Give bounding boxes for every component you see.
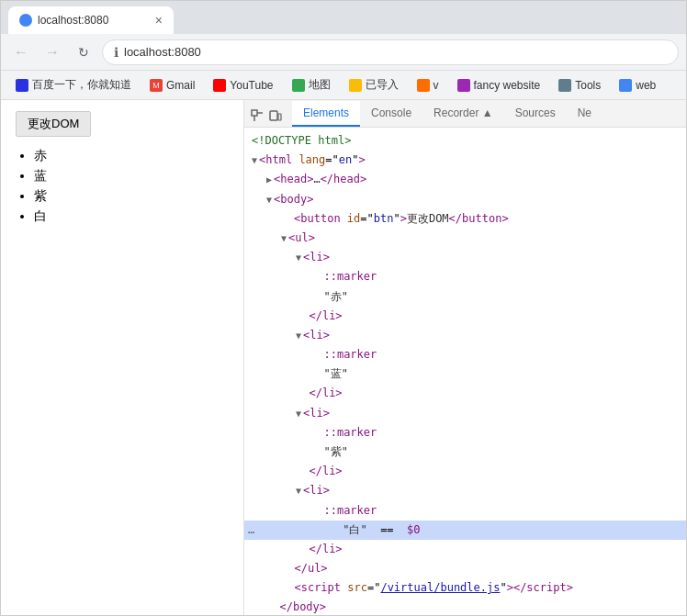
html-lang-value: en: [339, 151, 352, 169]
dom-ul-line[interactable]: ▼ <ul>: [244, 229, 686, 248]
bookmark-web[interactable]: web: [612, 75, 663, 95]
devtools-icons: [244, 105, 288, 127]
dom-button-line[interactable]: <button id="btn" > 更改DOM </button>: [244, 209, 686, 229]
reload-button[interactable]: ↻: [71, 39, 96, 65]
highlighted-text: "白" == $0: [262, 522, 420, 538]
forward-button[interactable]: →: [39, 39, 65, 65]
list-item: 白: [34, 208, 229, 225]
body-toggle[interactable]: ▼: [266, 193, 272, 207]
dom-doctype-line: <!DOCTYPE html>: [244, 131, 686, 151]
browser-tab[interactable]: localhost:8080 ×: [8, 6, 174, 34]
url-bar[interactable]: ℹ localhost:8080: [102, 39, 679, 65]
li3-close: </li>: [309, 463, 342, 480]
dom-body-line[interactable]: ▼ <body>: [244, 190, 686, 209]
tools-favicon: [558, 79, 571, 92]
dom-li2-line[interactable]: ▼ <li>: [244, 326, 686, 345]
dom-li2-text-line: "蓝": [244, 364, 686, 384]
li2-toggle[interactable]: ▼: [296, 329, 301, 343]
youtube-favicon: [213, 79, 226, 92]
secure-icon: ℹ: [114, 45, 118, 60]
tab-console[interactable]: Console: [360, 101, 422, 127]
body-open: <body>: [274, 191, 313, 208]
list-item: 蓝: [34, 168, 229, 185]
li4-open: <li>: [303, 482, 330, 499]
dom-li4-marker-line[interactable]: ::marker: [244, 501, 686, 521]
html-close-bracket: >: [358, 151, 365, 169]
li1-toggle[interactable]: ▼: [296, 251, 301, 265]
dom-html-line[interactable]: ▼ <html lang="en" >: [244, 151, 686, 170]
page-list: 赤 蓝 紫 白: [34, 148, 229, 225]
dom-ul-close-line: </ul>: [244, 559, 686, 578]
ul-toggle[interactable]: ▼: [281, 231, 287, 246]
svg-rect-3: [270, 111, 277, 120]
html-lang-attr: lang: [298, 151, 325, 169]
bookmark-gmail-label: Gmail: [166, 79, 195, 92]
tab-favicon: [19, 14, 32, 27]
change-dom-button[interactable]: 更改DOM: [16, 111, 91, 137]
dom-body-close-line: </body>: [244, 598, 686, 615]
button-open: <button: [294, 210, 341, 228]
inspect-element-icon[interactable]: [250, 108, 265, 123]
dom-li1-close-line: </li>: [244, 307, 686, 326]
svg-rect-4: [278, 114, 281, 120]
dom-li3-line[interactable]: ▼ <li>: [244, 404, 686, 423]
address-bar: ← → ↻ ℹ localhost:8080: [1, 34, 686, 71]
bookmark-tools-label: Tools: [575, 79, 601, 92]
dom-li4-line[interactable]: ▼ <li>: [244, 481, 686, 500]
bookmark-ditu[interactable]: 地图: [285, 73, 338, 96]
bookmark-tools[interactable]: Tools: [551, 75, 608, 95]
bookmark-baidu[interactable]: 百度一下，你就知道: [8, 73, 139, 96]
dom-li1-marker-line[interactable]: ::marker: [244, 267, 686, 286]
li3-marker: ::marker: [323, 424, 377, 442]
bookmark-v[interactable]: v: [410, 75, 446, 95]
li3-text: "紫": [323, 443, 347, 461]
dom-li3-marker-line[interactable]: ::marker: [244, 423, 686, 442]
li2-close: </li>: [309, 385, 342, 402]
bookmark-gmail[interactable]: M Gmail: [142, 75, 202, 95]
bookmark-youtube[interactable]: YouTube: [206, 75, 280, 95]
bookmark-fancy[interactable]: fancy website: [450, 75, 548, 95]
li3-open: <li>: [303, 405, 330, 422]
page-content: 更改DOM 赤 蓝 紫 白: [1, 100, 244, 615]
fancy-favicon: [457, 79, 470, 92]
head-toggle[interactable]: ▶: [266, 173, 272, 187]
url-text: localhost:8080: [124, 45, 201, 59]
ul-open: <ul>: [288, 230, 315, 247]
html-attr-space: [292, 151, 298, 169]
li4-marker: ::marker: [323, 502, 377, 520]
html-toggle[interactable]: ▼: [252, 153, 257, 168]
dom-li2-close-line: </li>: [244, 384, 686, 403]
tab-recorder[interactable]: Recorder ▲: [422, 101, 504, 127]
tab-elements[interactable]: Elements: [292, 101, 360, 127]
back-button[interactable]: ←: [8, 39, 34, 65]
dom-li1-line[interactable]: ▼ <li>: [244, 248, 686, 267]
tab-close-button[interactable]: ×: [155, 14, 163, 27]
bookmark-ditu-label: 地图: [309, 77, 331, 93]
tab-sources[interactable]: Sources: [504, 101, 567, 127]
li1-marker: ::marker: [323, 268, 377, 286]
dom-script-line[interactable]: <script src="/virtual/bundle.js" ></scri…: [244, 578, 686, 598]
dom-li4-close-line: </li>: [244, 540, 686, 559]
bookmark-baidu-label: 百度一下，你就知道: [32, 77, 131, 93]
bookmark-v-label: v: [434, 79, 439, 92]
li3-toggle[interactable]: ▼: [296, 407, 301, 421]
tab-title: localhost:8080: [38, 14, 108, 27]
li2-text: "蓝": [323, 365, 347, 383]
script-src-link[interactable]: /virtual/bundle.js: [380, 579, 500, 597]
svg-rect-0: [252, 110, 257, 116]
v-favicon: [417, 79, 430, 92]
head-close: </head>: [321, 171, 367, 188]
dom-head-line[interactable]: ▶ <head> … </head>: [244, 170, 686, 189]
tab-bar: localhost:8080 ×: [1, 1, 686, 34]
li4-toggle[interactable]: ▼: [296, 484, 301, 498]
web-favicon: [619, 79, 632, 92]
tab-network[interactable]: Ne: [567, 101, 603, 127]
main-area: 更改DOM 赤 蓝 紫 白: [1, 100, 686, 615]
highlighted-dom-line[interactable]: … "白" == $0: [244, 521, 686, 540]
devtools-body: <!DOCTYPE html> ▼ <html lang="en" > ▶ <h…: [244, 128, 686, 615]
device-toggle-icon[interactable]: [268, 108, 283, 123]
bookmark-import[interactable]: 已导入: [342, 73, 406, 96]
dom-li2-marker-line[interactable]: ::marker: [244, 345, 686, 364]
dom-li3-close-line: </li>: [244, 462, 686, 481]
baidu-favicon: [16, 79, 28, 92]
